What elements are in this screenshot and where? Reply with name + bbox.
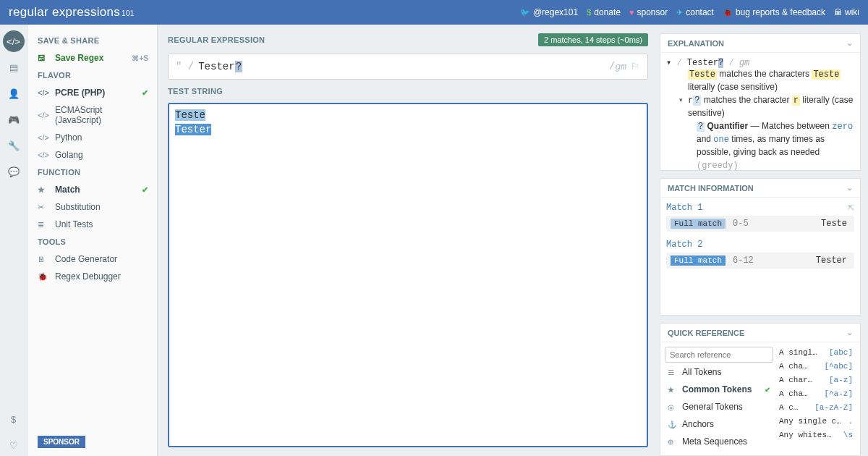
qr-common-tokens[interactable]: ★Common Tokens✔ (665, 381, 773, 397)
section-tools: TOOLS (27, 237, 157, 250)
match-1: Match 1 ⇱ Full match 0-5 Teste (666, 202, 854, 232)
link-donate[interactable]: $donate (587, 7, 621, 17)
function-unit-tests[interactable]: ≣Unit Tests (27, 216, 157, 233)
regex-input[interactable]: " / Tester? / gm 🏳 (168, 54, 648, 80)
rail-heart[interactable]: ♡ (3, 434, 25, 456)
qr-token-row[interactable]: Any single c…. (776, 415, 856, 427)
sponsor-badge[interactable]: SPONSOR (38, 436, 85, 448)
flavor-ecmascript[interactable]: </>ECMAScript (JavaScript) (27, 101, 157, 129)
rail-library[interactable]: ▤ (3, 56, 25, 78)
teststring-input[interactable]: Teste Tester (168, 103, 648, 447)
topbar: regular expressions101 🐦@regex101 $donat… (0, 0, 868, 25)
code-icon: </> (38, 88, 48, 97)
test-line: Teste (175, 109, 641, 123)
chevron-down-icon[interactable]: ⌄ (846, 183, 853, 193)
user-icon: 👤 (8, 88, 20, 99)
check-icon: ✔ (142, 88, 148, 98)
scissors-icon: ✂ (38, 203, 48, 212)
regex-label: REGULAR EXPRESSION (168, 35, 265, 44)
section-function: FUNCTION (27, 168, 157, 181)
match-row: Full match 6-12 Tester (666, 253, 854, 269)
center-panel: REGULAR EXPRESSION 2 matches, 14 steps (… (158, 25, 658, 456)
dollar-icon: $ (11, 414, 16, 425)
flavor-golang[interactable]: </>Golang (27, 146, 157, 164)
match-2: Match 2 Full match 6-12 Tester (666, 239, 854, 269)
dollar-icon: $ (587, 8, 591, 17)
section-flavor: FLAVOR (27, 71, 157, 84)
star-icon: ★ (668, 386, 676, 394)
qr-meta-sequences[interactable]: ⊕Meta Sequences (665, 434, 773, 449)
code-icon: </> (38, 133, 48, 142)
link-bugs[interactable]: 🐞bug reports & feedback (723, 7, 825, 17)
full-match-tag: Full match (671, 219, 726, 229)
qr-token-row[interactable]: A char…[a-z] (776, 374, 856, 386)
tool-code-generator[interactable]: 🗎Code Generator (27, 250, 157, 268)
wiki-icon: 🏛 (834, 8, 842, 17)
quickref-search[interactable] (665, 347, 773, 363)
send-icon: ✈ (676, 8, 683, 17)
book-icon: ▤ (9, 62, 18, 73)
match-value: Teste (821, 219, 847, 229)
qr-anchors[interactable]: ⚓Anchors (665, 416, 773, 432)
chevron-down-icon[interactable]: ⌄ (846, 328, 853, 337)
code-icon: </> (7, 36, 20, 47)
test-line: Tester (175, 123, 641, 138)
globe-icon: ⊕ (668, 438, 676, 446)
save-regex-label: Save Regex (55, 53, 103, 63)
function-match[interactable]: ★Match✔ (27, 181, 157, 198)
bug2-icon: 🐞 (38, 272, 48, 282)
doc-icon: 🗎 (38, 255, 48, 263)
qr-token-row[interactable]: A singl…[abc] (776, 347, 856, 358)
twitter-icon: 🐦 (520, 8, 530, 17)
qr-general-tokens[interactable]: ◎General Tokens (665, 399, 773, 415)
rail-settings[interactable]: 🔧 (3, 135, 25, 156)
external-link-icon[interactable]: ⇱ (848, 203, 854, 213)
section-save-share: SAVE & SHARE (27, 36, 157, 49)
explanation-panel: EXPLANATION ⌄ ▾ / Tester? / gm Teste mat… (660, 33, 861, 171)
gamepad-icon: 🎮 (8, 114, 20, 125)
rail-account[interactable]: 👤 (3, 83, 25, 104)
explanation-tree: Teste matches the characters Teste liter… (666, 68, 854, 170)
flag-icon[interactable]: 🏳 (631, 62, 640, 72)
regex-pattern: Tester? (194, 61, 609, 72)
flavor-python[interactable]: </>Python (27, 129, 157, 146)
link-twitter[interactable]: 🐦@regex101 (520, 7, 578, 17)
full-match-tag: Full match (671, 256, 726, 266)
sidebar: SAVE & SHARE 🖫 Save Regex ⌘+S FLAVOR </>… (27, 25, 158, 456)
sidebar-save-regex[interactable]: 🖫 Save Regex ⌘+S (27, 49, 157, 67)
quickref-tokens: A singl…[abc] A cha…[^abc] A char…[a-z] … (776, 347, 856, 451)
qr-token-row[interactable]: Any whites…\s (776, 429, 856, 441)
logo-expressions: expressions (48, 5, 120, 19)
tool-regex-debugger[interactable]: 🐞Regex Debugger (27, 268, 157, 285)
qr-token-row[interactable]: A c…[a-zA-Z] (776, 402, 856, 413)
qr-token-row[interactable]: A cha…[^abc] (776, 360, 856, 372)
link-sponsor[interactable]: ♥sponsor (629, 7, 668, 17)
qr-token-row[interactable]: A cha…[^a-z] (776, 388, 856, 400)
check-icon: ✔ (142, 185, 148, 195)
explanation-title: EXPLANATION (668, 39, 724, 48)
flavor-pcre[interactable]: </>PCRE (PHP)✔ (27, 84, 157, 101)
link-wiki[interactable]: 🏛wiki (834, 7, 859, 17)
code-icon: </> (38, 151, 48, 159)
regex-delim-open: " / (176, 61, 194, 72)
rail-chat[interactable]: 💬 (3, 161, 25, 182)
save-icon: 🖫 (38, 54, 48, 62)
regex-flags[interactable]: gm (615, 62, 626, 72)
quickref-categories: ☰All Tokens ★Common Tokens✔ ◎General Tok… (665, 347, 773, 451)
chevron-down-icon[interactable]: ⌄ (846, 38, 853, 48)
save-kbd: ⌘+S (132, 54, 148, 62)
match-value: Tester (816, 256, 847, 266)
check-icon: ✔ (765, 386, 770, 394)
match-label: Match 1 (666, 203, 702, 213)
rail-regex[interactable]: </> (3, 30, 25, 52)
rail-donate[interactable]: $ (3, 408, 25, 430)
link-contact[interactable]: ✈contact (676, 7, 714, 17)
match-label: Match 2 (666, 240, 702, 250)
function-substitution[interactable]: ✂Substitution (27, 198, 157, 216)
logo[interactable]: regular expressions101 (9, 5, 135, 20)
star-icon: ★ (38, 185, 48, 195)
qr-all-tokens[interactable]: ☰All Tokens (665, 364, 773, 380)
match-range: 6-12 (733, 256, 754, 266)
heart-icon: ♥ (629, 8, 634, 17)
rail-quiz[interactable]: 🎮 (3, 109, 25, 130)
